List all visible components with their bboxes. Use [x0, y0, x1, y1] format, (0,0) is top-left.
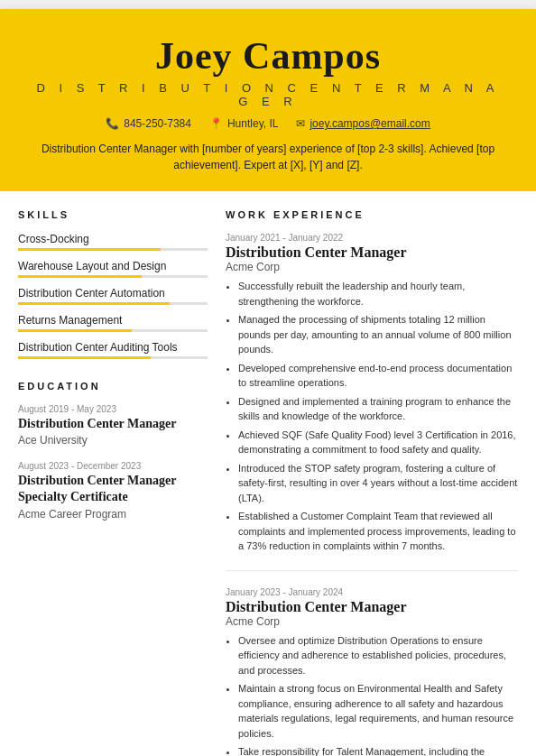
skill-item: Distribution Center Auditing Tools: [18, 341, 208, 359]
left-column: SKILLS Cross-Docking Warehouse Layout an…: [18, 209, 208, 756]
bullet-item: Successfully rebuilt the leadership and …: [238, 279, 518, 309]
bullet-item: Managed the processing of shipments tota…: [238, 312, 518, 357]
skill-bar-fill: [18, 302, 170, 305]
work-item: January 2023 - January 2024 Distribution…: [226, 587, 518, 757]
bullet-item: Take responsibility for Talent Managemen…: [238, 744, 518, 756]
work-item: January 2021 - January 2022 Distribution…: [226, 233, 518, 554]
work-list: January 2021 - January 2022 Distribution…: [226, 233, 518, 756]
education-list: August 2019 - May 2023 Distribution Cent…: [18, 404, 208, 521]
skill-item: Warehouse Layout and Design: [18, 260, 208, 278]
education-item: August 2019 - May 2023 Distribution Cent…: [18, 404, 208, 447]
phone-info: 📞 845-250-7384: [106, 117, 191, 130]
education-section: EDUCATION August 2019 - May 2023 Distrib…: [18, 381, 208, 521]
email-icon: ✉: [296, 117, 305, 130]
bullet-item: Developed comprehensive end-to-end proce…: [238, 361, 518, 391]
work-bullets: Successfully rebuilt the leadership and …: [226, 279, 518, 554]
bullet-item: Oversee and optimize Distribution Operat…: [238, 633, 518, 678]
contact-info: 📞 845-250-7384 📍 Huntley, IL ✉ joey.camp…: [27, 117, 509, 130]
phone-number: 845-250-7384: [124, 117, 191, 130]
skills-title: SKILLS: [18, 209, 208, 222]
work-company: Acme Corp: [226, 615, 518, 628]
bullet-item: Achieved SQF (Safe Quality Food) level 3…: [238, 428, 518, 457]
body-section: SKILLS Cross-Docking Warehouse Layout an…: [0, 191, 536, 756]
skills-section: SKILLS Cross-Docking Warehouse Layout an…: [18, 209, 208, 359]
location-text: Huntley, IL: [227, 117, 278, 130]
work-experience-title: WORK EXPERIENCE: [226, 209, 518, 222]
bullet-item: Maintain a strong focus on Environmental…: [238, 681, 518, 741]
header-section: Joey Campos D i s t r i b u t i o n C e …: [0, 9, 536, 191]
skill-bar-fill: [18, 248, 161, 251]
skill-name: Distribution Center Automation: [18, 287, 208, 300]
bullet-item: Introduced the STOP safety program, fost…: [238, 461, 518, 506]
work-date: January 2021 - January 2022: [226, 233, 518, 243]
skill-bar-background: [18, 329, 208, 332]
work-title: Distribution Center Manager: [226, 599, 518, 615]
bullet-item: Established a Customer Complaint Team th…: [238, 509, 518, 554]
edu-date: August 2023 - December 2023: [18, 461, 208, 471]
candidate-title: D i s t r i b u t i o n C e n t e r M a …: [27, 81, 509, 108]
email-link[interactable]: joey.campos@email.com: [310, 117, 430, 130]
edu-date: August 2019 - May 2023: [18, 404, 208, 414]
candidate-name: Joey Campos: [27, 34, 509, 78]
skill-name: Warehouse Layout and Design: [18, 260, 208, 272]
skill-bar-background: [18, 356, 208, 359]
skill-bar-background: [18, 302, 208, 305]
skill-name: Distribution Center Auditing Tools: [18, 341, 208, 354]
skill-bar-background: [18, 248, 208, 251]
skill-bar-fill: [18, 329, 132, 332]
skill-name: Cross-Docking: [18, 233, 208, 245]
skill-bar-background: [18, 275, 208, 278]
work-title: Distribution Center Manager: [226, 244, 518, 261]
work-bullets: Oversee and optimize Distribution Operat…: [226, 633, 518, 757]
bullet-item: Designed and implemented a training prog…: [238, 394, 518, 424]
education-item: August 2023 - December 2023 Distribution…: [18, 461, 208, 520]
skill-item: Returns Management: [18, 314, 208, 332]
summary-text: Distribution Center Manager with [number…: [27, 141, 509, 173]
work-company: Acme Corp: [226, 261, 518, 273]
edu-degree: Distribution Center Manager: [18, 416, 208, 432]
edu-school: Acme Career Program: [18, 508, 208, 521]
work-date: January 2023 - January 2024: [226, 587, 518, 597]
phone-icon: 📞: [106, 117, 119, 130]
skill-item: Distribution Center Automation: [18, 287, 208, 305]
location-info: 📍 Huntley, IL: [209, 117, 278, 130]
skill-bar-fill: [18, 356, 151, 359]
edu-degree: Distribution Center Manager Specialty Ce…: [18, 473, 208, 505]
right-column: WORK EXPERIENCE January 2021 - January 2…: [226, 209, 518, 756]
skill-name: Returns Management: [18, 314, 208, 327]
edu-school: Ace University: [18, 434, 208, 447]
email-info: ✉ joey.campos@email.com: [296, 117, 430, 130]
skill-bar-fill: [18, 275, 142, 278]
education-title: EDUCATION: [18, 381, 208, 393]
location-icon: 📍: [209, 117, 223, 130]
skill-item: Cross-Docking: [18, 233, 208, 251]
skills-list: Cross-Docking Warehouse Layout and Desig…: [18, 233, 208, 359]
resume-container: Joey Campos D i s t r i b u t i o n C e …: [0, 9, 536, 756]
section-divider: [226, 570, 518, 571]
